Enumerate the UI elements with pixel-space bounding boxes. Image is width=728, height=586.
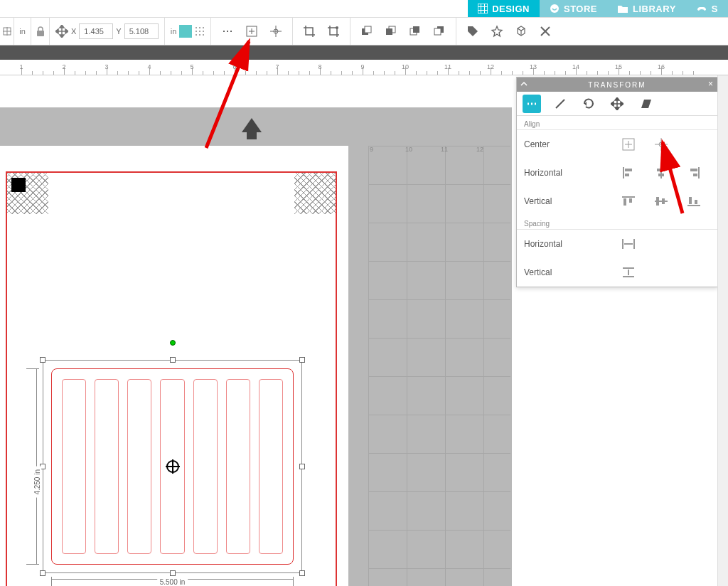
selection-mode-icon[interactable]: [0, 18, 14, 45]
close-button[interactable]: [535, 21, 556, 42]
tab-library-label: LIBRARY: [633, 4, 676, 14]
svg-rect-67: [658, 174, 664, 176]
svg-point-16: [196, 27, 197, 28]
section-spacing: Spacing: [517, 215, 717, 230]
svg-marker-15: [65, 29, 68, 33]
lock-button[interactable]: [31, 18, 50, 45]
handle-mb[interactable]: [170, 570, 176, 576]
lock-icon: [36, 26, 46, 37]
svg-rect-63: [625, 169, 632, 171]
svg-marker-53: [615, 107, 619, 110]
svg-point-19: [196, 31, 197, 32]
misc-group: [456, 18, 562, 45]
panel-tab-rotate[interactable]: [579, 95, 598, 113]
align-button[interactable]: [217, 21, 238, 42]
svg-rect-36: [365, 26, 371, 33]
grid-icon: [478, 4, 488, 14]
phone-icon: [696, 4, 707, 13]
top-nav: DESIGN STORE LIBRARY S: [468, 0, 728, 17]
mat-grid: 9101112: [368, 146, 510, 586]
align-left-option[interactable]: [612, 166, 645, 179]
tab-library[interactable]: LIBRARY: [607, 0, 686, 17]
transform-panel: TRANSFORM × Align Center Horizontal Vert…: [516, 77, 718, 287]
handle-br[interactable]: [299, 570, 305, 576]
section-align: Align: [517, 116, 717, 130]
horizontal-ruler: 12345678910111213141516: [0, 60, 728, 75]
svg-point-21: [203, 31, 204, 32]
crop-alt-button[interactable]: [323, 21, 344, 42]
svg-marker-55: [621, 102, 623, 106]
svg-marker-52: [615, 97, 619, 100]
center-to-page-option[interactable]: [612, 137, 645, 151]
svg-marker-14: [55, 29, 58, 33]
svg-rect-42: [434, 28, 441, 35]
selection-bbox[interactable]: 5.500 in 4.250 in: [43, 360, 302, 573]
svg-rect-79: [695, 200, 697, 204]
align-top-option[interactable]: [612, 195, 645, 208]
tab-design[interactable]: DESIGN: [468, 0, 540, 17]
toolbar: in X Y in: [0, 17, 728, 46]
crop-button[interactable]: [299, 21, 320, 42]
panel-titlebar[interactable]: TRANSFORM ×: [517, 78, 717, 92]
reg-mark-square: [11, 178, 26, 192]
svg-rect-40: [413, 26, 419, 33]
xy-group: X Y: [50, 18, 165, 45]
svg-rect-64: [625, 174, 629, 176]
panel-tab-align[interactable]: [523, 95, 541, 113]
svg-rect-0: [478, 4, 488, 14]
panel-tab-shear[interactable]: [636, 95, 655, 113]
handle-mr[interactable]: [299, 464, 305, 469]
y-input[interactable]: [124, 23, 159, 39]
centerpoint-button[interactable]: [265, 21, 287, 42]
row-center: Center: [517, 130, 717, 159]
svg-rect-78: [689, 197, 692, 204]
row-align-vertical: Vertical: [517, 187, 717, 215]
bring-to-front-button[interactable]: [356, 21, 378, 42]
svg-point-17: [199, 27, 200, 28]
panel-tab-move[interactable]: [608, 95, 626, 113]
grid-unit-group[interactable]: in: [165, 18, 212, 45]
handle-tl[interactable]: [40, 357, 46, 363]
center-crosshair-option[interactable]: [645, 137, 678, 151]
align-right-option[interactable]: [678, 166, 710, 179]
grid-dots-icon: [195, 26, 205, 36]
svg-point-22: [196, 34, 197, 36]
panel-close-button[interactable]: ×: [708, 79, 714, 89]
svg-line-48: [556, 100, 564, 108]
mat-ruler: 9101112: [368, 146, 510, 154]
handle-tr[interactable]: [299, 357, 305, 363]
tab-design-label: DESIGN: [492, 4, 530, 14]
space-horizontal-option[interactable]: [612, 238, 645, 250]
rotate-handle[interactable]: [170, 340, 176, 346]
align-bottom-option[interactable]: [678, 195, 710, 208]
bring-forward-button[interactable]: [380, 21, 402, 42]
x-input[interactable]: [79, 23, 113, 39]
page-top-arrow-icon: [242, 118, 262, 132]
tab-send[interactable]: S: [686, 0, 728, 17]
svg-point-5: [550, 4, 559, 13]
move-icon: [55, 25, 68, 38]
handle-bl[interactable]: [40, 570, 46, 576]
center-to-page-button[interactable]: [241, 21, 262, 42]
vertical-scrollbar[interactable]: [717, 75, 728, 586]
send-to-back-button[interactable]: [429, 21, 450, 42]
crop-group: [293, 18, 350, 45]
tag-button[interactable]: [462, 21, 483, 42]
collapse-icon[interactable]: [520, 80, 528, 88]
dimension-height: 4.250 in: [24, 368, 37, 565]
send-backward-button[interactable]: [405, 21, 426, 42]
favorite-button[interactable]: [486, 21, 508, 42]
space-vertical-option[interactable]: [612, 266, 645, 279]
3d-button[interactable]: [510, 21, 532, 42]
align-center-h-option[interactable]: [645, 166, 678, 179]
store-icon: [550, 4, 560, 14]
handle-mt[interactable]: [170, 357, 176, 363]
svg-rect-9: [37, 31, 44, 36]
tab-store[interactable]: STORE: [540, 0, 607, 17]
align-middle-option[interactable]: [645, 195, 678, 208]
panel-tab-scale[interactable]: [551, 95, 569, 113]
unit-display[interactable]: in: [14, 18, 31, 45]
design-shape[interactable]: [51, 368, 294, 565]
svg-rect-66: [657, 169, 665, 171]
svg-rect-70: [693, 174, 697, 176]
